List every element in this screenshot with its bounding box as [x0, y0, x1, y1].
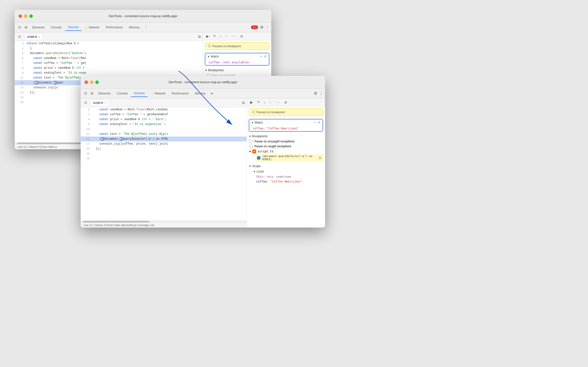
deactivate-btn-1[interactable]: ⊘	[239, 34, 244, 39]
close-tab-icon-2[interactable]: ×	[105, 101, 106, 104]
watch-add-icon-1[interactable]: +	[260, 55, 262, 58]
horizontal-scrollbar-2[interactable]	[81, 220, 247, 222]
debug-toolbar-2: ▶ ↷ ↓ ↑ →→ ⊘	[247, 98, 325, 106]
scope-expand-icon-2[interactable]: ▾	[249, 164, 251, 168]
watch-refresh-icon-1[interactable]: ↺	[264, 55, 266, 58]
tab-overflow-2[interactable]: ≫	[209, 91, 215, 96]
watch-label-2: Watch	[255, 121, 263, 124]
devtools-window-2: DevTools - consistent-source-map-pc.netl…	[81, 76, 325, 228]
resume-btn-2[interactable]: ▶	[249, 100, 254, 105]
tab-right-icons-2: ⚙ ⋮	[314, 91, 323, 96]
continue-btn-2[interactable]: →→	[274, 100, 281, 104]
script-ts-icon: ts	[252, 149, 256, 153]
settings-icon-2[interactable]: ⚙	[314, 91, 317, 96]
code-line-4: 4 }	[15, 46, 203, 51]
file-panel-right-icon-2[interactable]: ⊡	[242, 101, 245, 104]
step-into-btn-1[interactable]: ↓	[219, 34, 222, 39]
code-area-2[interactable]: 6 const seedNum = Math.floor(Math.random…	[81, 107, 247, 220]
info-icon-2: ⓘ	[252, 110, 255, 114]
sidebar-toggle-icon[interactable]: ⊡	[17, 24, 22, 30]
tab-memory-1[interactable]: Memory	[126, 24, 142, 31]
tab-bar-1: ⊡ ⊞ Elements Console Sources ⚠ Network P…	[15, 23, 271, 32]
file-navigator-icon[interactable]: ⊞	[23, 24, 29, 30]
code-line2-11: 11 const text = `The ${coffee} costs ${p…	[81, 132, 247, 137]
step-over-btn-2[interactable]: ↷	[256, 100, 261, 105]
bp-expression-2: (document.querySelector('p') as HTMLP…	[262, 155, 316, 161]
info-icon-1: ⓘ	[208, 44, 211, 48]
expand-icon-2[interactable]: ⊡	[83, 100, 88, 106]
tab-overflow-1[interactable]: ⋮	[143, 25, 149, 30]
watch-refresh-icon-2[interactable]: ↺	[318, 121, 320, 124]
bp-expand-icon-1[interactable]: ▾	[205, 69, 207, 72]
watch-expand-icon-2[interactable]: ▾	[252, 121, 253, 124]
step-out-btn-2[interactable]: ↑	[268, 100, 272, 105]
debug-panel-2: ▶ ↷ ↓ ↑ →→ ⊘ ⓘ Paused on breakpoint ▾ Wa…	[247, 98, 325, 228]
code-line-6: 6 const seedNum = Math.floor(Mat	[15, 56, 203, 61]
tab-performance-1[interactable]: Performance	[103, 24, 126, 31]
sidebar-toggle-icon-2[interactable]: ⊡	[83, 91, 88, 96]
tab-network-2[interactable]: ⚠ Network	[148, 90, 168, 97]
pause-uncaught-checkbox-2[interactable]	[249, 140, 252, 143]
code-line2-6: 6 const seedNum = Math.floor(Math.random…	[81, 107, 247, 112]
close-button-1[interactable]	[19, 14, 22, 18]
traffic-lights-1	[19, 14, 33, 18]
tab-console-2[interactable]: Console	[114, 90, 131, 97]
local-expand-icon-2[interactable]: ▾	[254, 170, 255, 173]
code-line2-8: 8 const price = seedNum % 100 + ' Euro';	[81, 117, 247, 122]
scope-section-2: ▾ Scope ▾ Local this: this: undefined co…	[249, 163, 323, 184]
script-breakpoint-2: ▾ ts script.ts	[249, 149, 323, 154]
bp-expand-icon-script-2[interactable]: ▾	[249, 150, 251, 153]
deactivate-btn-2[interactable]: ⊘	[283, 100, 288, 105]
bp-line-row: ✓ (document.querySelector('p') as HTMLP……	[249, 154, 323, 161]
titlebar-2: DevTools - consistent-source-map-pc.netl…	[81, 76, 325, 89]
step-over-btn-1[interactable]: ↷	[212, 34, 217, 39]
tab-network-1[interactable]: ⚠ Network	[82, 24, 102, 31]
continue-btn-1[interactable]: →→	[230, 34, 237, 38]
expand-icon-1[interactable]: ⊡	[17, 34, 22, 40]
close-button-2[interactable]	[85, 80, 88, 84]
pause-caught-checkbox-2[interactable]	[249, 145, 252, 148]
tab-elements-1[interactable]: Elements	[29, 24, 47, 31]
tab-console-1[interactable]: Console	[48, 24, 65, 31]
resume-btn-1[interactable]: ▶	[205, 34, 210, 39]
file-panel-right-icon[interactable]: ⊡	[198, 35, 201, 38]
step-out-btn-1[interactable]: ↑	[224, 34, 228, 39]
file-navigator-icon-2[interactable]: ⊞	[89, 91, 95, 96]
tab-memory-2[interactable]: Memory	[192, 90, 208, 97]
watch-section-1: ▾ Watch + ↺ coffee: <not available>	[205, 53, 269, 66]
status-bar-2: Line 12, Column 4 (From index.a8c1ec6b.j…	[81, 222, 247, 228]
more-icon-1[interactable]: ⋮	[265, 25, 269, 30]
watch-expand-icon-1[interactable]: ▾	[208, 55, 209, 58]
bp-checked-2[interactable]: ✓	[257, 156, 260, 160]
maximize-button-1[interactable]	[29, 14, 33, 18]
scope-header-2: ▾ Scope	[249, 163, 323, 169]
pause-caught-item-2: Pause on caught exceptions	[249, 144, 323, 149]
warn-icon-1: ⚠	[85, 26, 88, 29]
code-line2-10: 10	[81, 127, 247, 132]
watch-label-1: Watch	[211, 55, 219, 58]
tab-elements-2[interactable]: Elements	[95, 90, 113, 97]
minimize-button-2[interactable]	[90, 80, 93, 84]
step-into-btn-2[interactable]: ↓	[263, 100, 266, 105]
maximize-button-2[interactable]	[95, 80, 99, 84]
watch-item-1: coffee: <not available>	[205, 60, 269, 65]
file-tab-2[interactable]: script.ts ×	[90, 100, 109, 105]
close-tab-icon-1[interactable]: ×	[39, 35, 40, 38]
settings-icon-1[interactable]: ⚙	[260, 25, 263, 30]
minimize-button-1[interactable]	[24, 14, 27, 18]
breakpoints-header-1: ▾ Breakpoints	[205, 68, 269, 73]
tab-sources-2[interactable]: Sources	[131, 90, 148, 97]
code-line2-15: 15	[81, 151, 247, 156]
titlebar-1: DevTools - consistent-source-map-pc.netl…	[15, 10, 271, 23]
tab-sources-1[interactable]: Sources	[65, 24, 82, 31]
file-tab-1[interactable]: script.ts ×	[24, 34, 43, 39]
watch-add-icon-2[interactable]: +	[314, 121, 316, 124]
tab-performance-2[interactable]: Performance	[169, 90, 192, 97]
traffic-lights-2	[85, 80, 99, 84]
watch-item-2: coffee: "Coffee Americano"	[249, 126, 323, 131]
local-header-2: ▾ Local	[249, 169, 323, 174]
debug-toolbar-1: ▶ ↷ ↓ ↑ →→ ⊘	[203, 32, 271, 40]
more-icon-2[interactable]: ⋮	[319, 91, 323, 96]
bp-expand-icon-2[interactable]: ▾	[249, 135, 251, 138]
window-title-2: DevTools - consistent-source-map-pc.netl…	[169, 80, 237, 84]
